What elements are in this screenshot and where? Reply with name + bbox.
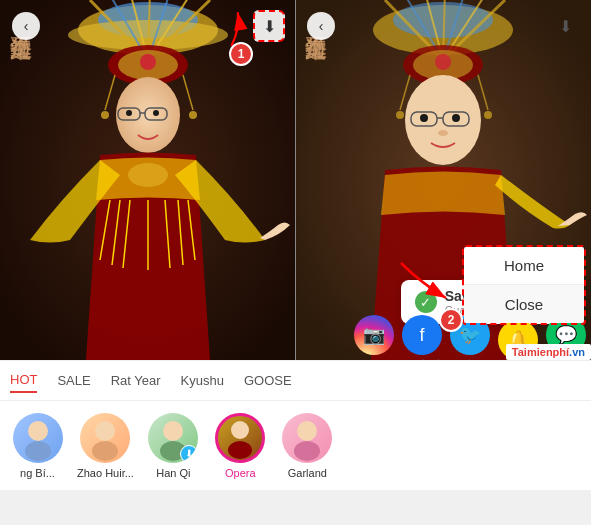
svg-point-22 <box>126 110 132 116</box>
story-item-4[interactable]: Garland <box>280 413 335 479</box>
svg-point-13 <box>140 54 156 70</box>
images-row: 不边是海棠红 ‹ ⬇ 1 <box>0 0 591 360</box>
back-button-left[interactable]: ‹ <box>12 12 40 40</box>
image-right: 不边是海棠红 ‹ ⬇ ✓ Saved Quality: Standard Qua… <box>295 0 591 360</box>
story-item-0[interactable]: ng Bí... <box>10 413 65 479</box>
home-button[interactable]: Home <box>464 247 584 285</box>
action-buttons-overlay: Home Close <box>462 245 586 325</box>
arrow-annotation-2 <box>391 253 461 312</box>
svg-point-48 <box>396 111 404 119</box>
close-button[interactable]: Close <box>464 285 584 323</box>
svg-point-64 <box>231 421 249 439</box>
story-item-1[interactable]: Zhao Huir... <box>77 413 134 479</box>
story-avatar-0 <box>13 413 63 463</box>
svg-point-16 <box>101 111 109 119</box>
story-avatar-1 <box>80 413 130 463</box>
nav-bar: HOT SALE Rat Year Kyushu GOOSE <box>0 360 591 400</box>
svg-point-54 <box>420 114 428 122</box>
story-avatar-2: ⬇ <box>148 413 198 463</box>
nav-item-sale[interactable]: SALE <box>57 369 90 392</box>
story-item-2[interactable]: ⬇ Han Qi <box>146 413 201 479</box>
story-label-1: Zhao Huir... <box>77 467 134 479</box>
download-button-left[interactable]: ⬇ <box>253 10 285 42</box>
nav-item-goose[interactable]: GOOSE <box>244 369 292 392</box>
svg-point-17 <box>189 111 197 119</box>
badge-number-1: 1 <box>229 42 253 66</box>
image-left: 不边是海棠红 ‹ ⬇ 1 <box>0 0 295 360</box>
svg-point-60 <box>95 421 115 441</box>
story-label-2: Han Qi <box>156 467 190 479</box>
svg-point-66 <box>297 421 317 441</box>
svg-point-55 <box>452 114 460 122</box>
story-avatar-4 <box>282 413 332 463</box>
download-button-right[interactable]: ⬇ <box>549 10 581 42</box>
svg-point-23 <box>153 110 159 116</box>
svg-point-65 <box>228 441 252 459</box>
facebook-share[interactable]: f Facebook <box>402 315 442 360</box>
svg-point-49 <box>484 111 492 119</box>
svg-point-24 <box>128 163 168 187</box>
instagram-icon: 📷 <box>354 315 394 355</box>
story-label-3: Opera <box>225 467 256 479</box>
story-avatar-3 <box>215 413 265 463</box>
svg-point-56 <box>438 130 448 136</box>
logo-text: Taimienphí.vn <box>506 344 591 360</box>
svg-point-62 <box>163 421 183 441</box>
svg-point-45 <box>435 54 451 70</box>
instagram-label: Instagram <box>354 358 394 360</box>
twitter-label: Twitter <box>457 358 484 360</box>
badge-number-2: 2 <box>439 308 463 332</box>
svg-point-58 <box>28 421 48 441</box>
facebook-icon: f <box>402 315 442 355</box>
svg-point-59 <box>25 441 51 461</box>
nav-item-hot[interactable]: HOT <box>10 368 37 393</box>
taimienphivn-logo: Taimienphí.vn <box>506 344 591 360</box>
back-button-right[interactable]: ‹ <box>307 12 335 40</box>
image-divider <box>295 0 296 360</box>
story-item-3[interactable]: Opera <box>213 413 268 479</box>
svg-point-61 <box>92 441 118 461</box>
facebook-label: Facebook <box>402 358 442 360</box>
story-label-4: Garland <box>288 467 327 479</box>
instagram-share[interactable]: 📷 Instagram <box>354 315 394 360</box>
svg-point-67 <box>294 441 320 461</box>
svg-point-18 <box>116 77 180 153</box>
story-label-0: ng Bí... <box>20 467 55 479</box>
main-container: 不边是海棠红 ‹ ⬇ 1 <box>0 0 591 525</box>
stories-row: ng Bí... Zhao Huir... ⬇ Han Qi Opera <box>0 400 591 490</box>
story-download-indicator-2: ⬇ <box>180 445 198 463</box>
nav-item-ratyear[interactable]: Rat Year <box>111 369 161 392</box>
nav-item-kyushu[interactable]: Kyushu <box>181 369 224 392</box>
